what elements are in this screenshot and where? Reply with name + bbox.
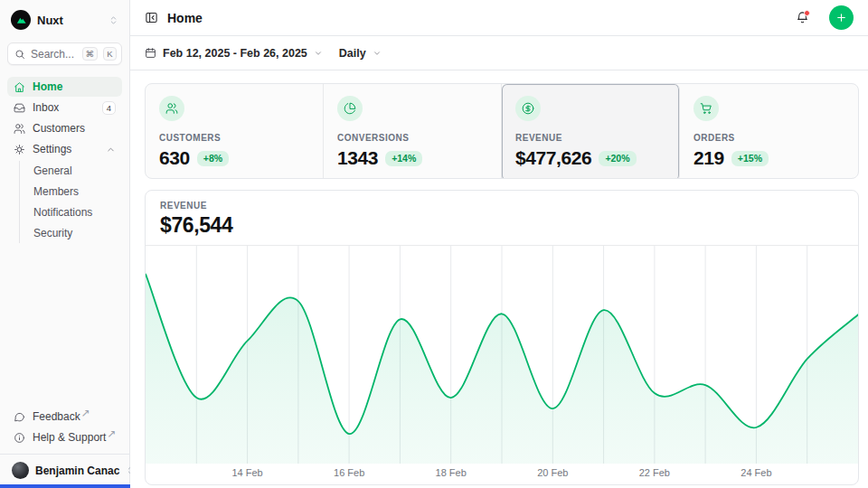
dollar-icon [515,96,541,121]
stat-value: $477,626 [515,147,591,169]
chevron-down-icon [314,49,323,58]
revenue-chart-card: REVENUE $76,544 14 Feb16 Feb18 Feb20 Feb… [145,190,859,485]
chart-pie-icon [337,96,363,121]
filters-toolbar: Feb 12, 2025 - Feb 26, 2025 Daily [130,36,868,70]
users-icon [159,96,184,121]
kbd-cmd: ⌘ [82,47,99,61]
stat-value: 1343 [337,147,378,169]
feedback-link[interactable]: Feedback↗ [7,407,122,427]
stat-card-customers[interactable]: CUSTOMERS 630 +8% [146,84,324,179]
date-range-value: Feb 12, 2025 - Feb 26, 2025 [163,47,307,60]
user-menu[interactable]: Benjamin Canac [7,455,122,481]
stat-delta-badge: +20% [599,151,636,166]
notification-dot [804,10,810,16]
stat-card-conversions[interactable]: CONVERSIONS 1343 +14% [324,84,502,179]
period-value: Daily [339,47,366,60]
stat-value: 219 [693,147,724,169]
inbox-icon [14,102,25,114]
home-icon [14,81,25,93]
sidebar-footer-nav: Feedback↗ Help & Support↗ [7,407,122,447]
users-icon [14,123,25,135]
date-range-picker[interactable]: Feb 12, 2025 - Feb 26, 2025 [145,47,323,60]
page-title: Home [167,11,787,25]
sidebar: Nuxt Search... ⌘ K Home Inbox 4 [0,0,130,488]
search-placeholder: Search... [31,48,77,61]
add-button[interactable] [829,5,854,30]
stat-delta-badge: +14% [385,151,422,166]
sidebar-item-label: Customers [33,122,116,135]
search-input[interactable]: Search... ⌘ K [7,42,122,65]
chevron-down-icon [373,49,382,58]
help-support-link[interactable]: Help & Support↗ [7,427,122,447]
sidebar-item-home[interactable]: Home [7,77,122,97]
period-select[interactable]: Daily [339,47,382,60]
workspace-switcher[interactable]: Nuxt [7,8,122,32]
stat-delta-badge: +8% [197,151,229,166]
search-icon [14,49,25,60]
sidebar-item-notifications[interactable]: Notifications [30,202,122,222]
workspace-name: Nuxt [37,14,102,27]
calendar-icon [145,47,156,59]
sidebar-item-customers[interactable]: Customers [7,118,122,138]
chart-metric-value: $76,544 [160,213,844,238]
external-link-icon: ↗ [107,427,116,440]
bottom-accent-strip [0,484,137,488]
user-name: Benjamin Canac [35,465,119,477]
sidebar-item-label: Inbox [33,101,95,114]
settings-subnav: General Members Notifications Security [19,161,122,243]
chart-metric-label: REVENUE [160,201,844,211]
x-axis-tick-label: 14 Feb [231,467,262,478]
chart-x-axis: 14 Feb16 Feb18 Feb20 Feb22 Feb24 Feb [146,464,858,483]
sidebar-item-security[interactable]: Security [30,223,122,243]
stat-delta-badge: +15% [731,151,769,166]
cart-icon [693,96,719,121]
chevrons-up-down-icon [108,15,118,25]
kbd-k: K [103,47,117,61]
stat-card-orders[interactable]: ORDERS 219 +15% [680,84,858,179]
x-axis-tick-label: 24 Feb [741,467,771,478]
stat-label: CONVERSIONS [337,133,487,143]
chevron-up-icon [106,145,116,155]
page-header: Home [130,0,868,36]
avatar [12,462,29,479]
content: CUSTOMERS 630 +8% CONVERSIONS 1343 +14% [130,70,868,485]
sidebar-item-inbox[interactable]: Inbox 4 [7,98,122,117]
sidebar-item-members[interactable]: Members [30,182,122,202]
chart-header: REVENUE $76,544 [146,191,858,246]
collapse-sidebar-button[interactable] [145,11,158,24]
main-area: Home Feb 12, 2025 - Feb 26, 2025 Daily [130,0,868,488]
x-axis-tick-label: 16 Feb [334,467,364,478]
footer-link-label: Feedback↗ [33,410,116,423]
notifications-button[interactable] [796,11,809,24]
sidebar-item-general[interactable]: General [30,161,122,181]
stat-label: CUSTOMERS [159,133,309,143]
sidebar-item-settings[interactable]: Settings [7,139,122,159]
message-circle-icon [14,411,25,423]
x-axis-tick-label: 20 Feb [537,467,568,478]
x-axis-tick-label: 18 Feb [436,467,467,478]
inbox-count-badge: 4 [102,101,116,115]
sidebar-item-label: Home [33,80,116,93]
footer-link-label: Help & Support↗ [33,431,116,444]
stats-row: CUSTOMERS 630 +8% CONVERSIONS 1343 +14% [145,83,859,179]
stat-value: 630 [159,147,190,169]
external-link-icon: ↗ [81,407,90,419]
nuxt-logo-icon [11,10,31,30]
x-axis-tick-label: 22 Feb [639,467,670,478]
gear-icon [14,144,25,155]
sidebar-nav: Home Inbox 4 Customers Settings Genera [7,77,122,243]
sidebar-item-label: Settings [33,143,99,155]
info-circle-icon [14,432,25,444]
chart-canvas [146,246,858,464]
stat-label: ORDERS [693,133,844,143]
stat-card-revenue[interactable]: REVENUE $477,626 +20% [502,84,680,179]
revenue-area-chart[interactable] [146,246,858,464]
stat-label: REVENUE [515,133,665,143]
